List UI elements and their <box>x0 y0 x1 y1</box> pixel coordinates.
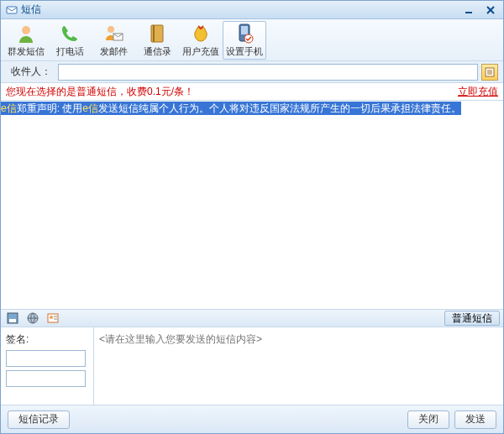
contact-card-icon[interactable] <box>45 311 61 326</box>
svg-rect-17 <box>9 319 16 322</box>
globe-icon[interactable] <box>24 311 41 326</box>
toolbar-group-sms[interactable]: 群发短信 <box>4 21 48 60</box>
app-icon <box>6 4 18 16</box>
close-button[interactable] <box>483 4 498 16</box>
notice-highlight: e信郑重声明: 使用e信发送短信纯属个人行为。个人将对违反国家法规所产生的一切后… <box>1 102 461 115</box>
sms-type-button[interactable]: 普通短信 <box>444 311 500 326</box>
save-icon[interactable] <box>4 311 21 326</box>
toolbar-label: 用户充值 <box>182 45 219 58</box>
titlebar: 短信 <box>1 1 503 19</box>
signature-input-2[interactable] <box>6 370 86 387</box>
toolbar-label: 通信录 <box>144 45 171 58</box>
window-controls <box>461 4 498 16</box>
svg-rect-19 <box>48 314 58 322</box>
toolbar-contacts[interactable]: 通信录 <box>135 21 179 60</box>
svg-point-5 <box>108 26 114 33</box>
button-label: 关闭 <box>418 412 438 426</box>
money-bag-icon <box>190 23 212 44</box>
toolbar-call[interactable]: 打电话 <box>48 21 92 60</box>
notice-brand: e信 <box>82 102 98 114</box>
recharge-link[interactable]: 立即充值 <box>458 85 498 99</box>
sms-type-label: 普通短信 <box>452 311 492 326</box>
window-title: 短信 <box>21 3 461 17</box>
toolbar-label: 发邮件 <box>100 45 128 58</box>
contacts-picker-button[interactable] <box>481 64 498 81</box>
toolbar-label: 打电话 <box>56 45 84 58</box>
status-text: 您现在选择的是普通短信，收费0.1元/条！ <box>6 85 458 99</box>
history-button[interactable]: 短信记录 <box>8 410 70 429</box>
svg-point-20 <box>50 316 53 319</box>
minimize-button[interactable] <box>461 4 476 16</box>
recipient-label: 收件人： <box>6 65 55 79</box>
person-icon <box>15 23 37 44</box>
recipient-row: 收件人： <box>1 61 503 83</box>
compose-area: 签名: <box>1 327 503 405</box>
signature-label: 签名: <box>6 332 88 347</box>
message-input[interactable] <box>93 327 503 405</box>
mail-person-icon <box>102 23 124 44</box>
compose-toolbar: 普通短信 <box>1 309 503 327</box>
toolbar-recharge[interactable]: 用户充值 <box>179 21 223 60</box>
toolbar-label: 群发短信 <box>8 45 45 58</box>
notice-text: 郑重声明: 使用 <box>17 102 83 114</box>
phone-icon <box>59 23 81 44</box>
addressbook-icon <box>146 23 168 44</box>
toolbar-label: 设置手机 <box>226 45 263 58</box>
signature-input-1[interactable] <box>6 350 86 367</box>
signature-column: 签名: <box>1 327 93 405</box>
send-button[interactable]: 发送 <box>454 410 496 429</box>
status-row: 您现在选择的是普通短信，收费0.1元/条！ 立即充值 <box>1 83 503 100</box>
message-display-area: e信郑重声明: 使用e信发送短信纯属个人行为。个人将对违反国家法规所产生的一切后… <box>1 100 503 309</box>
button-label: 发送 <box>465 412 486 426</box>
recipient-input[interactable] <box>58 64 478 81</box>
notice-brand: e信 <box>1 102 17 114</box>
toolbar-email[interactable]: 发邮件 <box>92 21 135 60</box>
notice-text: 发送短信纯属个人行为。个人将对违反国家法规所产生的一切后果承担法律责任。 <box>98 102 461 114</box>
sms-window: 短信 群发短信 打电话 发邮件 通信录 用户充值 设置手机 <box>0 0 504 434</box>
svg-rect-0 <box>7 7 17 13</box>
toolbar-phone-settings[interactable]: 设置手机 <box>223 21 266 60</box>
footer: 短信记录 关闭 发送 <box>1 405 503 433</box>
toolbar: 群发短信 打电话 发邮件 通信录 用户充值 设置手机 <box>1 19 503 61</box>
svg-rect-10 <box>241 26 248 34</box>
button-label: 短信记录 <box>18 412 59 426</box>
svg-point-4 <box>22 26 30 34</box>
close-window-button[interactable]: 关闭 <box>407 410 449 429</box>
svg-rect-8 <box>153 25 155 42</box>
mobile-settings-icon <box>234 23 255 44</box>
